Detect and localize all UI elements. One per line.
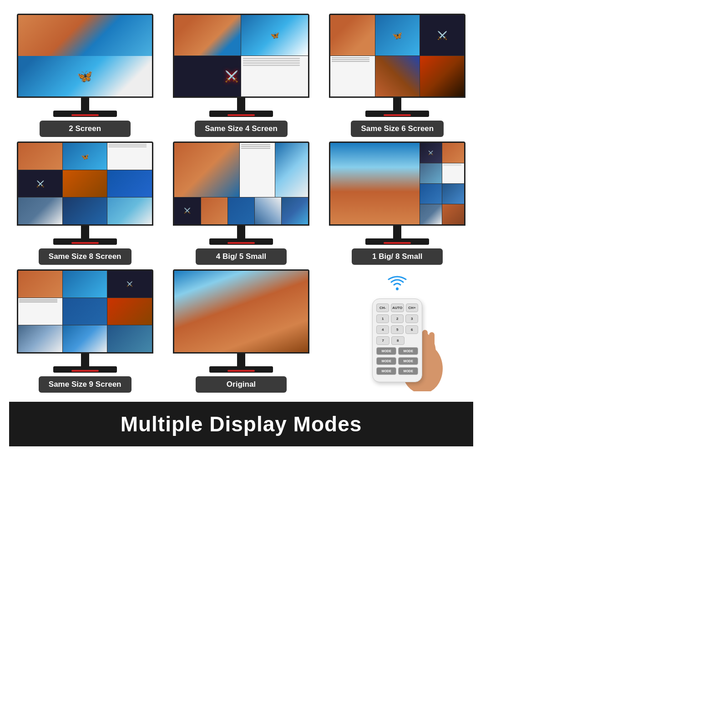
quadrant-3: ⚔️ (174, 56, 241, 96)
svg-rect-6 (429, 332, 435, 354)
remote-btn-mode5[interactable]: MODE (376, 367, 396, 375)
layout-6screen: 🦋 ⚔️ (330, 15, 464, 96)
mode-cell-6screen: 🦋 ⚔️ Same Size 6 Screen (322, 14, 473, 137)
remote-btn-1[interactable]: 1 (376, 314, 389, 323)
small-1: ⚔️ (174, 197, 201, 224)
layout-4big5small: ⚔️ (174, 143, 308, 224)
monitor-neck (237, 98, 245, 111)
text-line (243, 62, 300, 64)
text-line (19, 299, 57, 300)
screen-4screen: 🦋 ⚔️ (173, 14, 309, 98)
label-4screen: Same Size 4 Screen (195, 121, 288, 137)
remote-btn-mode3[interactable]: MODE (376, 357, 396, 365)
butterfly-icon: 🦋 (77, 69, 93, 84)
butterfly-icon-2: 🦋 (270, 31, 279, 40)
text-line (108, 144, 147, 145)
text-line (19, 300, 57, 301)
remote-wrapper: CH- AUTO CH+ 1 2 3 4 5 6 7 (372, 298, 422, 382)
mode-cell-2screen: 🦋 2 Screen (9, 14, 161, 137)
s9-6 (107, 298, 152, 325)
screen-bottom-half: 🦋 (18, 56, 152, 97)
monitor-4screen: 🦋 ⚔️ (173, 14, 309, 117)
s8-2: 🦋 (63, 143, 107, 170)
remote-btn-2[interactable]: 2 (391, 314, 404, 323)
quadrant-4 (241, 56, 308, 96)
text-line (443, 164, 461, 165)
remote-btn-7[interactable]: 7 (376, 336, 389, 345)
screen-top-half (18, 15, 152, 56)
label-8screen: Same Size 8 Screen (39, 248, 131, 265)
text-line (241, 144, 270, 145)
remote-btn-6[interactable]: 6 (405, 325, 418, 334)
monitor-base (209, 238, 273, 245)
mode-cell-1big8small: ⚔️ (322, 142, 473, 265)
mode-cell-original: Original (165, 269, 317, 393)
row-1: 🦋 2 Screen 🦋 (9, 14, 473, 137)
s8-6 (107, 170, 152, 197)
monitor-4big5small: ⚔️ (173, 142, 309, 245)
warrior-icon: ⚔️ (225, 70, 238, 83)
s9-3: ⚔️ (107, 271, 152, 298)
s8-7 (18, 197, 62, 224)
remote-btn-3[interactable]: 3 (405, 314, 418, 323)
s9-4 (18, 298, 62, 325)
remote-btn-mode4[interactable]: MODE (398, 357, 418, 365)
text-line (243, 58, 300, 59)
remote-btn-8[interactable]: 8 (391, 336, 404, 345)
layout-9screen: ⚔️ (18, 271, 152, 352)
remote-btn-ch-plus[interactable]: CH+ (406, 303, 419, 312)
text-line (243, 60, 300, 61)
text-line (241, 148, 270, 149)
remote-btn-4[interactable]: 4 (376, 325, 389, 334)
remote-row-4: 7 8 (376, 336, 418, 345)
text-line (108, 147, 147, 147)
monitor-8screen: 🦋 ⚔️ (17, 142, 153, 245)
mode-cell-8screen: 🦋 ⚔️ (9, 142, 161, 265)
s18-5 (420, 184, 442, 204)
mode-cell-4big5small: ⚔️ 4 Big/ 5 Small (165, 142, 317, 265)
s18-8 (442, 204, 464, 224)
text-line (241, 146, 270, 147)
big-2 (240, 143, 275, 197)
bottom-banner: Multiple Display Modes (9, 402, 473, 446)
quadrant-1 (174, 15, 241, 56)
layout-original (174, 271, 308, 352)
monitor-neck (393, 226, 401, 238)
remote-btn-ch-minus[interactable]: CH- (376, 303, 389, 312)
s9-9 (107, 325, 152, 352)
text-line (443, 165, 461, 166)
remote-btn-mode6[interactable]: MODE (398, 367, 418, 375)
wifi-icon (386, 274, 409, 295)
svg-rect-5 (422, 330, 428, 354)
screen-9screen: ⚔️ (17, 269, 153, 354)
remote-row-3: 4 5 6 (376, 325, 418, 334)
layout-1big8small: ⚔️ (330, 143, 464, 224)
screen-original-wrapper (173, 269, 309, 354)
s9-1 (18, 271, 62, 298)
monitor-9screen: ⚔️ (17, 269, 153, 373)
screen-8screen: 🦋 ⚔️ (17, 142, 153, 226)
screen-6screen: 🦋 ⚔️ (329, 14, 465, 98)
s9-5 (63, 298, 107, 325)
text-line (332, 61, 369, 62)
s18-6 (442, 184, 464, 204)
label-9screen: Same Size 9 Screen (39, 376, 131, 393)
label-4big5small: 4 Big/ 5 Small (196, 248, 287, 265)
mode-cell-9screen: ⚔️ Same Size (9, 269, 161, 393)
remote-cell: CH- AUTO CH+ 1 2 3 4 5 6 7 (322, 269, 473, 393)
monitor-neck (237, 354, 245, 366)
monitor-base (209, 111, 273, 117)
s18-3 (420, 163, 442, 183)
monitor-neck (237, 226, 245, 238)
row-3: ⚔️ Same Size (9, 269, 473, 393)
s9-7 (18, 325, 62, 352)
remote-btn-mode1[interactable]: MODE (376, 347, 396, 355)
remote-btn-mode2[interactable]: MODE (398, 347, 418, 355)
seg-4 (330, 56, 374, 96)
remote-btn-5[interactable]: 5 (391, 325, 404, 334)
s8-4: ⚔️ (18, 170, 62, 197)
remote-control: CH- AUTO CH+ 1 2 3 4 5 6 7 (372, 298, 422, 382)
remote-btn-auto[interactable]: AUTO (391, 303, 404, 312)
small-screens-grid: ⚔️ (420, 143, 465, 224)
remote-row-5: MODE MODE (376, 347, 418, 355)
